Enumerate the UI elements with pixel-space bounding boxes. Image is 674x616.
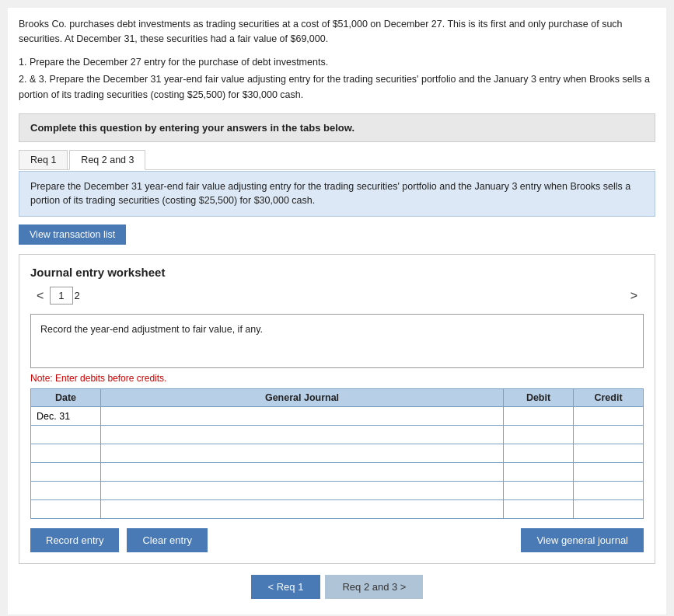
intro-text: Brooks Co. purchases debt investments as…: [19, 17, 655, 47]
instruction-box: Complete this question by entering your …: [19, 113, 655, 142]
date-input-2[interactable]: [34, 429, 97, 441]
credit-input-1[interactable]: [577, 410, 640, 423]
credit-input-3[interactable]: [577, 447, 640, 460]
clear-entry-button[interactable]: Clear entry: [127, 528, 208, 552]
action-buttons: Record entry Clear entry View general jo…: [30, 528, 644, 552]
credit-input-5[interactable]: [577, 485, 640, 497]
numbered-item-1: 1. Prepare the December 27 entry for the…: [19, 54, 655, 70]
journal-cell-5: [101, 482, 504, 500]
credit-cell-4: [574, 463, 644, 482]
debit-cell-5: [504, 482, 574, 500]
date-cell-1: [31, 407, 101, 426]
journal-cell-6: [101, 500, 504, 519]
credit-cell-1: [574, 407, 644, 426]
date-cell-4: [31, 463, 101, 482]
debit-cell-6: [504, 500, 574, 519]
debit-input-4[interactable]: [507, 466, 570, 479]
date-cell-3: [31, 444, 101, 463]
journal-input-2[interactable]: [104, 429, 500, 441]
date-cell-5: [31, 482, 101, 500]
date-input-5[interactable]: [34, 485, 97, 497]
bottom-nav: < Req 1 Req 2 and 3 >: [19, 575, 655, 599]
view-transaction-btn[interactable]: View transaction list: [19, 224, 126, 245]
record-entry-button[interactable]: Record entry: [30, 528, 119, 552]
credit-cell-2: [574, 426, 644, 444]
tab-req2and3[interactable]: Req 2 and 3: [69, 150, 145, 170]
bottom-prev-btn[interactable]: < Req 1: [251, 575, 321, 599]
journal-worksheet: Journal entry worksheet < 1 2 > Record t…: [19, 254, 655, 564]
nav-row: < 1 2 >: [30, 287, 644, 305]
credit-input-2[interactable]: [577, 429, 640, 441]
credit-cell-5: [574, 482, 644, 500]
date-cell-6: [31, 500, 101, 519]
date-input-6[interactable]: [34, 503, 97, 516]
journal-input-1[interactable]: [104, 410, 500, 423]
view-general-journal-button[interactable]: View general journal: [521, 528, 644, 552]
total-pages: 2: [75, 290, 80, 301]
table-row: [31, 500, 644, 519]
debit-cell-2: [504, 426, 574, 444]
journal-cell-2: [101, 426, 504, 444]
date-input-3[interactable]: [34, 447, 97, 460]
current-page-box: 1: [50, 287, 72, 305]
debit-input-5[interactable]: [507, 485, 570, 497]
tab-req1[interactable]: Req 1: [19, 150, 68, 169]
credit-cell-3: [574, 444, 644, 463]
date-input-4[interactable]: [34, 466, 97, 479]
worksheet-title: Journal entry worksheet: [30, 266, 644, 279]
col-header-journal: General Journal: [101, 389, 504, 407]
col-header-debit: Debit: [504, 389, 574, 407]
debit-input-6[interactable]: [507, 503, 570, 516]
table-row: [31, 407, 644, 426]
credit-input-4[interactable]: [577, 466, 640, 479]
credit-cell-6: [574, 500, 644, 519]
journal-input-6[interactable]: [104, 503, 500, 516]
table-row: [31, 444, 644, 463]
journal-input-3[interactable]: [104, 447, 500, 460]
journal-input-4[interactable]: [104, 466, 500, 479]
col-header-date: Date: [31, 389, 101, 407]
date-cell-2: [31, 426, 101, 444]
debit-cell-3: [504, 444, 574, 463]
bottom-next-btn[interactable]: Req 2 and 3 >: [325, 575, 423, 599]
table-row: [31, 426, 644, 444]
next-page-arrow[interactable]: >: [624, 287, 644, 305]
debit-cell-4: [504, 463, 574, 482]
note-text: Note: Enter debits before credits.: [30, 373, 644, 384]
prev-page-arrow[interactable]: <: [30, 287, 50, 305]
numbered-item-2: 2. & 3. Prepare the December 31 year-end…: [19, 71, 655, 103]
debit-cell-1: [504, 407, 574, 426]
journal-table: Date General Journal Debit Credit: [30, 388, 644, 519]
tabs-row: Req 1 Req 2 and 3: [19, 150, 655, 170]
journal-cell-4: [101, 463, 504, 482]
debit-input-2[interactable]: [507, 429, 570, 441]
credit-input-6[interactable]: [577, 503, 640, 516]
journal-cell-3: [101, 444, 504, 463]
description-box: Prepare the December 31 year-end fair va…: [19, 171, 655, 218]
worksheet-instruction: Record the year-end adjustment to fair v…: [30, 314, 644, 368]
table-row: [31, 463, 644, 482]
journal-input-5[interactable]: [104, 485, 500, 497]
date-input-1[interactable]: [34, 410, 97, 423]
table-row: [31, 482, 644, 500]
debit-input-3[interactable]: [507, 447, 570, 460]
debit-input-1[interactable]: [507, 410, 570, 423]
journal-cell-1: [101, 407, 504, 426]
col-header-credit: Credit: [574, 389, 644, 407]
